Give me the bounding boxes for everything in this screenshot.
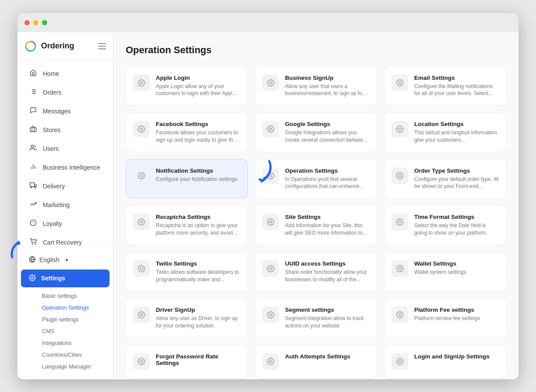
messages-icon	[29, 107, 38, 116]
cart-recovery-icon	[29, 238, 38, 246]
home-label: Home	[43, 70, 59, 77]
card-business-signup-desc: Allow any user that owns a business/rest…	[285, 83, 370, 98]
sidebar-item-marketing[interactable]: Marketing	[21, 196, 110, 214]
sidebar-item-home[interactable]: Home	[21, 65, 110, 83]
hamburger-icon[interactable]	[98, 43, 106, 49]
card-order-type-desc: Configure your default order type, itll …	[414, 176, 499, 191]
card-notification-settings-title: Notification Settings	[156, 167, 241, 174]
sub-nav-language-manager[interactable]: Language Manager	[37, 361, 110, 372]
card-facebook-settings[interactable]: Facebook Settings Facebook allows your c…	[126, 112, 248, 152]
card-forgot-password-title: Forgot Password Rate Settings	[156, 353, 241, 366]
card-wallet-settings[interactable]: Wallet Settings Wallet system settings	[384, 252, 506, 292]
card-forgot-password[interactable]: Forgot Password Rate Settings	[126, 345, 248, 378]
sidebar-item-orders[interactable]: Orders	[21, 83, 110, 102]
language-selector[interactable]: English ▼	[21, 252, 110, 269]
sub-nav-cms[interactable]: CMS	[37, 325, 110, 337]
marketing-label: Marketing	[43, 201, 69, 208]
svg-point-25	[270, 82, 272, 84]
sub-nav-countries-cities[interactable]: Countries/Cities	[37, 349, 110, 361]
card-time-format-settings[interactable]: Time Format Settings Select the way the …	[384, 205, 506, 245]
minimize-dot[interactable]	[33, 20, 38, 25]
card-location-settings-desc: This latitud and longitud information gi…	[414, 129, 499, 144]
sidebar-bottom: English ▼ Settings Basic settings Operat…	[17, 246, 113, 379]
card-recaptcha-settings[interactable]: Recaptcha Settings Recaptcha is an optio…	[126, 205, 248, 245]
stores-icon	[29, 126, 38, 134]
card-body: Wallet Settings Wallet system settings	[414, 260, 499, 276]
card-icon-wrap	[133, 75, 150, 91]
card-uuid-desc: Share order functionality allow your bus…	[285, 269, 370, 283]
sub-nav-integrations[interactable]: Integrations	[37, 337, 110, 349]
sidebar-item-users[interactable]: Users	[21, 140, 110, 158]
card-order-type-title: Order Type Settings	[414, 167, 499, 174]
card-email-settings[interactable]: Email Settings Configure the Mailing not…	[384, 66, 506, 106]
card-platform-fee-desc: Platform service fee settings	[414, 315, 499, 322]
close-dot[interactable]	[24, 20, 30, 25]
card-body: Google Settings Google Integrations allo…	[285, 121, 370, 144]
card-email-settings-desc: Configure the Mailing notifications for …	[414, 83, 499, 98]
card-business-signup[interactable]: Business SignUp Allow any user that owns…	[255, 66, 377, 106]
sidebar-item-messages[interactable]: Messages	[21, 102, 110, 120]
card-body: Segment settings Segment integration all…	[285, 307, 370, 330]
card-location-settings[interactable]: Location Settings This latitud and longi…	[384, 112, 506, 152]
delivery-icon	[29, 182, 38, 191]
sub-nav: Basic settings Operation Settings Plugin…	[21, 288, 110, 374]
svg-point-42	[399, 314, 401, 316]
settings-icon	[29, 274, 36, 283]
card-icon-wrap	[133, 353, 150, 370]
sub-nav-basic-settings[interactable]: Basic settings	[37, 290, 110, 302]
card-site-settings-desc: Add information for your Site, this will…	[285, 222, 370, 237]
users-icon	[29, 144, 38, 153]
card-auth-attempts[interactable]: Auth Attempts Settings	[255, 345, 377, 378]
cart-recovery-label: Cart Recovery	[43, 239, 82, 246]
card-body: Apple Login Apple Login allow any of you…	[156, 75, 241, 98]
settings-nav-item[interactable]: Settings	[21, 269, 110, 287]
card-twilio-settings[interactable]: Twilio Settings Twilio allows software d…	[126, 252, 248, 292]
card-business-signup-title: Business SignUp	[285, 75, 370, 81]
sub-nav-operation-settings[interactable]: Operation Settings	[37, 302, 110, 314]
sidebar-item-stores[interactable]: Stores	[21, 121, 110, 139]
sidebar-item-delivery[interactable]: Delivery	[21, 177, 110, 195]
card-icon-wrap	[133, 121, 150, 137]
card-apple-login[interactable]: Apple Login Apple Login allow any of you…	[126, 66, 248, 106]
card-uuid-title: UUID access Settings	[285, 260, 370, 267]
card-icon-wrap	[262, 260, 279, 277]
card-wallet-desc: Wallet system settings	[414, 269, 499, 276]
card-login-signup[interactable]: Login and SignUp Settings	[384, 345, 506, 378]
sidebar-item-loyalty[interactable]: Loyalty	[21, 215, 110, 233]
card-operation-settings-title: Operation Settings	[285, 167, 370, 174]
sidebar-item-cart-recovery[interactable]: Cart Recovery	[21, 233, 110, 246]
svg-point-14	[31, 186, 32, 187]
card-operation-settings[interactable]: Operation Settings In Operations youll f…	[255, 159, 377, 199]
sidebar-item-business-intelligence[interactable]: Business Intelligence	[21, 158, 110, 177]
business-intelligence-label: Business Intelligence	[43, 164, 100, 171]
card-time-format-title: Time Format Settings	[414, 214, 499, 220]
card-segment-settings[interactable]: Segment settings Segment integration all…	[255, 298, 377, 338]
card-segment-title: Segment settings	[285, 307, 370, 313]
svg-point-28	[270, 128, 272, 130]
card-operation-settings-desc: In Operations youll find several configu…	[285, 176, 370, 191]
card-facebook-settings-desc: Facebook allows your customers to sign u…	[156, 129, 241, 144]
maximize-dot[interactable]	[42, 20, 47, 25]
svg-point-24	[141, 82, 143, 84]
card-google-settings-desc: Google Integrations allows you create se…	[285, 129, 370, 144]
svg-rect-12	[30, 183, 34, 187]
card-notification-settings[interactable]: Notification Settings Configure your Not…	[126, 159, 248, 199]
card-icon-wrap	[392, 75, 408, 91]
card-icon-wrap	[392, 121, 408, 137]
card-driver-signup[interactable]: Driver SignUp Allow any user as Driver, …	[126, 298, 248, 338]
card-body: Recaptcha Settings Recaptcha is an optio…	[156, 214, 241, 237]
card-auth-attempts-title: Auth Attempts Settings	[285, 353, 370, 360]
sub-nav-plugin-settings[interactable]: Plugin settings	[37, 314, 110, 325]
card-recaptcha-title: Recaptcha Settings	[156, 214, 241, 220]
card-site-settings[interactable]: Site Settings Add information for your S…	[255, 205, 377, 245]
card-body: Platform Fee settings Platform service f…	[414, 307, 499, 322]
card-uuid-settings[interactable]: UUID access Settings Share order functio…	[255, 252, 377, 292]
card-order-type-settings[interactable]: Order Type Settings Configure your defau…	[384, 159, 506, 199]
card-google-settings[interactable]: Google Settings Google Integrations allo…	[255, 112, 377, 152]
card-time-format-desc: Select the way the Date field is going t…	[414, 222, 499, 237]
orders-icon	[29, 88, 38, 97]
language-label: English	[39, 256, 59, 263]
card-platform-fee-settings[interactable]: Platform Fee settings Platform service f…	[384, 298, 506, 338]
card-login-signup-title: Login and SignUp Settings	[414, 353, 499, 360]
card-body: Forgot Password Rate Settings	[156, 353, 241, 368]
